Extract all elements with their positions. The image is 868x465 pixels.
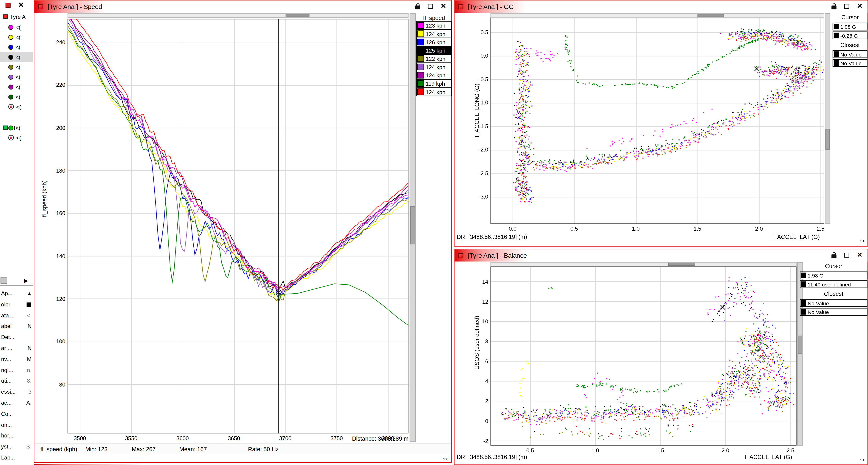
cursor-value-box: 1.98 G: [833, 23, 868, 31]
legend-label: 124 kph: [426, 72, 445, 78]
property-row[interactable]: uti...8.: [0, 376, 33, 387]
zoom-thumb[interactable]: [798, 336, 802, 354]
property-row[interactable]: ngi...n.: [0, 365, 33, 376]
property-label: ngi...: [1, 365, 13, 376]
legend-entry[interactable]: 125 kph: [416, 46, 452, 55]
property-row[interactable]: riv...M: [0, 354, 33, 365]
function-channel-icon: e: [8, 104, 14, 109]
gg-cursor-panel: Cursor 1.98 G -0.28 G Closest No Value N…: [833, 14, 868, 67]
property-row[interactable]: ata...<.: [0, 310, 33, 321]
balance-window: [Tyre Ana ] - Balance ✕ Cursor 1.98 G 11…: [454, 249, 868, 465]
channel-color-icon: [8, 65, 13, 70]
sidebar-group-tyre[interactable]: Tyre A: [0, 12, 33, 22]
gg-window: [Tyre Ana ] - GG ✕ Cursor 1.98 G -0.28 G…: [454, 0, 868, 246]
channel-label: <(: [16, 34, 21, 40]
vertical-zoom-bar[interactable]: [409, 13, 416, 442]
zoom-thumb[interactable]: [410, 206, 415, 245]
expand-arrow-icon[interactable]: ▶: [24, 277, 28, 284]
channel-item[interactable]: <(: [0, 42, 33, 52]
channel-item[interactable]: <(: [0, 52, 33, 62]
legend-entry[interactable]: 124 kph: [416, 88, 452, 96]
splitter-grip[interactable]: [0, 277, 7, 284]
legend-entry[interactable]: 123 kph: [416, 21, 452, 30]
legend-swatch: [417, 39, 424, 45]
x-tick-label: 3750: [323, 435, 350, 441]
channel-item[interactable]: <(: [0, 22, 33, 32]
closest-value: No Value: [808, 309, 829, 315]
channel-color-icon: [8, 84, 13, 89]
channel-item[interactable]: <(: [0, 72, 33, 82]
property-row[interactable]: ac...A.: [0, 398, 33, 408]
maximize-icon[interactable]: [844, 253, 849, 258]
maximize-icon[interactable]: [844, 4, 849, 9]
lock-icon[interactable]: [415, 5, 420, 9]
channel-item[interactable]: <(: [0, 123, 33, 133]
status-rate: Rate: 50 Hz: [248, 446, 279, 453]
property-row[interactable]: abelN: [0, 321, 33, 332]
channel-item[interactable]: <(: [0, 32, 33, 42]
close-icon[interactable]: ✕: [857, 2, 863, 10]
x-tick-label: 0.5: [516, 447, 544, 453]
y-tick-label: 8: [468, 338, 488, 344]
channel-item[interactable]: <(: [0, 92, 33, 102]
property-row[interactable]: olor: [0, 299, 33, 310]
legend-swatch: [417, 47, 424, 54]
property-row[interactable]: Lap...: [0, 452, 33, 463]
channel-item[interactable]: <(: [0, 62, 33, 72]
close-icon[interactable]: ✕: [857, 251, 863, 259]
channel-color-icon: [8, 44, 13, 49]
legend-entry[interactable]: 122 kph: [416, 54, 452, 63]
color-swatch[interactable]: [27, 302, 31, 307]
property-row[interactable]: on...: [0, 419, 33, 430]
zoom-thumb[interactable]: [698, 14, 724, 17]
sidebar-header: ✕: [0, 0, 33, 11]
gg-plot-canvas[interactable]: [490, 18, 824, 224]
property-value: A.: [26, 398, 32, 408]
speed-titlebar[interactable]: [Tyre Ana ] - Speed ✕: [34, 0, 451, 12]
legend-entry[interactable]: 119 kph: [416, 79, 452, 88]
sidebar-splitter[interactable]: ▶: [0, 276, 33, 286]
maximize-icon[interactable]: [428, 4, 433, 9]
cursor-value: 1.98 G: [840, 24, 856, 29]
legend-entry[interactable]: 124 kph: [416, 62, 452, 71]
property-row[interactable]: Co...: [0, 408, 33, 420]
legend-entry[interactable]: 124 kph: [416, 71, 452, 80]
lock-icon[interactable]: [832, 254, 837, 258]
legend-entry[interactable]: 124 kph: [416, 29, 452, 38]
zoom-thumb[interactable]: [668, 263, 695, 266]
channel-label: <(: [16, 104, 21, 110]
x-tick-label: 2.5: [777, 447, 804, 453]
property-row[interactable]: ar ...N: [0, 343, 33, 354]
channel-color-icon: [8, 94, 13, 99]
balance-plot-canvas[interactable]: [490, 266, 797, 446]
zoom-thumb[interactable]: [285, 14, 309, 17]
resize-handle-icon[interactable]: ↔: [859, 236, 866, 243]
resize-handle-icon[interactable]: ↔: [859, 455, 866, 462]
scroll-up-icon[interactable]: ▲: [27, 288, 31, 299]
properties-list: Ap...▲olorata...<.abelNDet...ar ...Nriv.…: [0, 288, 33, 463]
lock-icon[interactable]: [832, 5, 837, 9]
property-row[interactable]: yst...S.: [0, 441, 33, 453]
resize-handle-icon[interactable]: ↔: [442, 454, 449, 461]
balance-titlebar[interactable]: [Tyre Ana ] - Balance ✕: [455, 249, 868, 261]
legend-entry[interactable]: 126 kph: [416, 38, 452, 46]
horizontal-zoom-bar[interactable]: [490, 13, 824, 18]
channel-item[interactable]: e<(: [0, 133, 33, 142]
property-row[interactable]: hor...: [0, 430, 33, 441]
horizontal-zoom-bar[interactable]: [490, 262, 797, 266]
channel-item[interactable]: e<(: [0, 102, 33, 111]
horizontal-zoom-bar[interactable]: [67, 13, 409, 18]
close-icon[interactable]: ✕: [440, 2, 446, 10]
zoom-thumb[interactable]: [825, 129, 830, 150]
vertical-zoom-bar[interactable]: [825, 13, 830, 224]
property-row[interactable]: essi...3: [0, 387, 33, 398]
x-tick-label: 3500: [66, 435, 94, 441]
property-row[interactable]: Det...: [0, 332, 33, 343]
balance-cursor-panel: Cursor 1.98 G 11.40 user defined Closest…: [800, 263, 868, 315]
speed-plot-canvas[interactable]: [67, 19, 409, 434]
gg-titlebar[interactable]: [Tyre Ana ] - GG ✕: [455, 0, 868, 12]
channel-item[interactable]: <(: [0, 82, 33, 92]
x-tick-label: 3550: [117, 435, 145, 441]
property-row[interactable]: Ap...▲: [0, 288, 33, 299]
close-icon[interactable]: ✕: [19, 1, 24, 9]
